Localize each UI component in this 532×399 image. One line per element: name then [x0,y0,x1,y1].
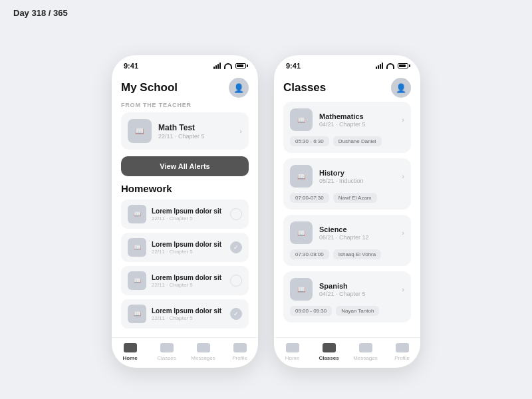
signal-icon-2 [376,63,383,69]
class-sub-science: 06/21 · Chapter 12 [319,234,395,241]
hw-check-4[interactable] [230,308,242,320]
class-teacher-science: Ishaaq El Vohra [333,249,381,259]
book-icon: 📖 [135,127,144,136]
status-bar-2: 9:41 [274,55,420,72]
nav-home-label-1: Home [122,355,137,361]
phone2-content: Classes 👤 📖 Mathematics 04/21 · Chapter … [274,72,420,337]
phones-container: 9:41 My School 👤 FROM THE TEACHER [0,0,532,399]
profile-icon-1 [233,342,247,354]
nav-profile-label-2: Profile [394,355,410,361]
hw-title-4: Lorem Ipsum dolor sit [152,307,225,315]
hw-book-icon-3: 📖 [134,277,141,284]
status-time-1: 9:41 [124,62,138,70]
class-card-top-history: 📖 History 05/21 · Induction › [290,165,404,188]
class-card-top-science: 📖 Science 06/21 · Chapter 12 › [290,221,404,244]
status-icons-2 [376,63,408,69]
class-time-history: 07:00-07:30 [290,193,329,203]
nav-classes-2[interactable]: Classes [311,342,347,361]
class-card-spanish[interactable]: 📖 Spanish 04/21 · Chapter 5 › 09:00 - 09… [283,271,411,323]
nav-profile-label-1: Profile [232,355,247,361]
class-card-science[interactable]: 📖 Science 06/21 · Chapter 12 › 07:30-08:… [283,215,411,266]
hw-thumb-1: 📖 [128,205,146,223]
alert-card[interactable]: 📖 Math Test 22/11 · Chapter 5 › [121,112,249,150]
chevron-history: › [402,172,404,180]
homework-title: Homework [121,183,249,194]
teacher-section-label: FROM THE TEACHER [121,102,249,108]
hw-check-1[interactable] [230,208,242,220]
alert-thumb: 📖 [128,119,152,143]
profile-icon-2 [395,342,410,354]
class-icon-math: 📖 [297,116,305,124]
avatar-icon-1: 👤 [233,83,244,93]
class-card-top-spanish: 📖 Spanish 04/21 · Chapter 5 › [290,278,404,301]
status-icons-1 [213,63,246,69]
class-info-math: Mathematics 04/21 · Chapter 5 [319,112,395,128]
view-all-button[interactable]: View All Alerts [121,156,249,176]
class-icon-spanish: 📖 [297,286,305,293]
class-time-science: 07:30-08:00 [290,249,329,259]
class-sub-spanish: 04/21 · Chapter 5 [319,291,395,297]
bottom-nav-1: Home Classes Messages Profile [112,337,258,368]
homework-list: 📖 Lorem Ipsum dolor sit 22/11 · Chapter … [121,200,249,329]
avatar-button-2[interactable]: 👤 [391,78,411,98]
nav-profile-1[interactable]: Profile [221,342,258,361]
class-sub-math: 04/21 · Chapter 5 [319,121,395,128]
nav-home-1[interactable]: Home [112,342,148,361]
class-card-history[interactable]: 📖 History 05/21 · Induction › 07:00-07:3… [283,158,411,209]
alert-info: Math Test 22/11 · Chapter 5 [158,123,233,140]
nav-messages-1[interactable]: Messages [185,342,221,361]
hw-check-2[interactable] [230,241,242,253]
bottom-nav-2: Home Classes Messages Profile [274,337,420,368]
chevron-right-icon: › [239,127,242,135]
classes-icon-1 [160,342,174,354]
alert-subtitle: 22/11 · Chapter 5 [158,133,233,140]
class-thumb-history: 📖 [290,165,313,188]
class-sub-history: 05/21 · Induction [319,178,395,184]
class-time-spanish: 09:00 - 09:30 [290,306,332,316]
hw-thumb-4: 📖 [128,305,146,323]
wifi-icon-1 [224,63,232,69]
home-icon-2 [285,342,300,354]
hw-check-3[interactable] [230,275,242,287]
class-info-spanish: Spanish 04/21 · Chapter 5 [319,282,395,297]
hw-item-3[interactable]: 📖 Lorem Ipsum dolor sit 22/11 · Chapter … [121,266,249,295]
class-card-math[interactable]: 📖 Mathematics 04/21 · Chapter 5 › 05:30 … [283,102,411,153]
phone2-header: Classes 👤 [283,78,411,98]
alert-title: Math Test [158,123,233,132]
hw-sub-1: 22/11 · Chapter 5 [152,215,225,221]
hw-item-2[interactable]: 📖 Lorem Ipsum dolor sit 22/11 · Chapter … [121,233,249,262]
hw-item-4[interactable]: 📖 Lorem Ipsum dolor sit 22/11 · Chapter … [121,299,249,329]
chevron-spanish: › [402,285,404,293]
class-icon-science: 📖 [297,229,305,237]
chevron-math: › [402,116,404,124]
class-time-math: 05:30 - 6:30 [290,136,329,146]
hw-thumb-3: 📖 [128,271,146,290]
hw-sub-2: 22/11 · Chapter 5 [152,249,225,255]
home-icon-1 [123,342,138,354]
class-bottom-math: 05:30 - 6:30 Dushane Daniel [290,136,404,146]
wifi-icon-2 [386,63,394,69]
nav-home-2[interactable]: Home [274,342,311,361]
class-teacher-math: Dushane Daniel [333,136,382,146]
hw-item-1[interactable]: 📖 Lorem Ipsum dolor sit 22/11 · Chapter … [121,200,249,229]
phone1-title: My School [121,81,178,94]
avatar-button-1[interactable]: 👤 [229,78,249,98]
nav-classes-label-2: Classes [319,355,338,361]
nav-messages-2[interactable]: Messages [347,342,384,361]
nav-profile-2[interactable]: Profile [384,342,420,361]
messages-icon-2 [358,342,373,354]
class-name-science: Science [319,225,395,233]
class-thumb-spanish: 📖 [290,278,313,301]
class-name-spanish: Spanish [319,282,395,290]
phone1-content: My School 👤 FROM THE TEACHER 📖 Math Test… [112,72,258,337]
hw-book-icon-1: 📖 [134,211,141,217]
status-time-2: 9:41 [286,62,301,70]
hw-book-icon-2: 📖 [134,244,141,251]
hw-info-1: Lorem Ipsum dolor sit 22/11 · Chapter 5 [152,207,225,221]
class-icon-history: 📖 [297,173,305,180]
classes-icon-2 [322,342,336,354]
nav-classes-1[interactable]: Classes [148,342,185,361]
class-name-history: History [319,169,395,177]
hw-title-3: Lorem Ipsum dolor sit [152,274,225,281]
class-teacher-spanish: Nayan Tantoh [336,306,379,316]
